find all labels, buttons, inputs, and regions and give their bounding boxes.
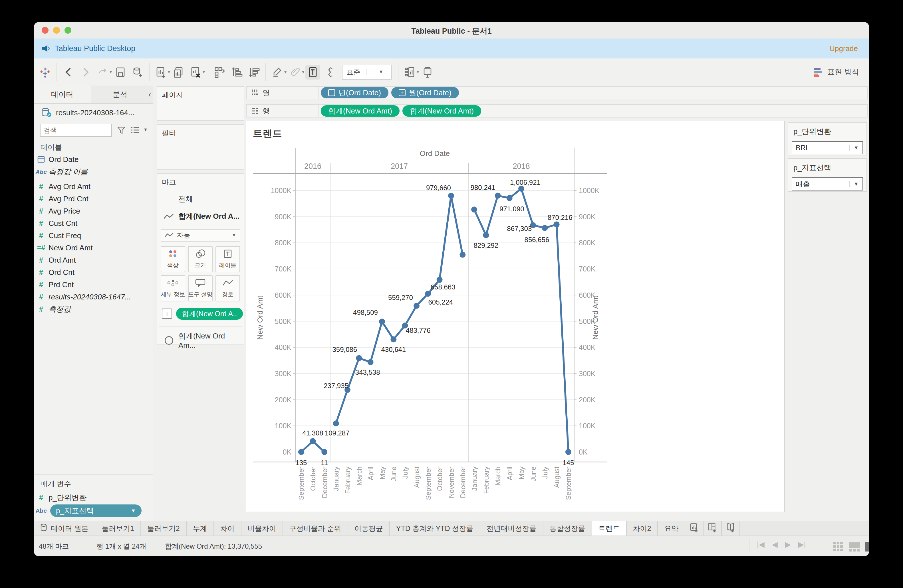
data-point[interactable] bbox=[333, 420, 339, 426]
parameter-metric-dropdown[interactable]: 매출 ▼ bbox=[792, 177, 863, 190]
field-item[interactable]: =#New Ord Amt bbox=[34, 242, 153, 254]
data-point[interactable] bbox=[459, 252, 466, 258]
field-item[interactable]: #Avg Price bbox=[34, 205, 153, 217]
sheet-tab-요약[interactable]: 요약 bbox=[658, 521, 685, 536]
data-point[interactable] bbox=[448, 193, 454, 199]
field-item[interactable]: #측정값 bbox=[34, 303, 153, 315]
marks-circle-item[interactable]: 합계(New Ord Am... bbox=[157, 326, 244, 350]
data-point[interactable] bbox=[298, 449, 304, 455]
data-point[interactable] bbox=[565, 449, 571, 455]
sheet-tab-구성비율과 순위[interactable]: 구성비율과 순위 bbox=[283, 521, 348, 536]
highlight-button[interactable] bbox=[270, 65, 285, 80]
presentation-mode-button[interactable] bbox=[420, 65, 435, 80]
columns-shelf[interactable]: 열 −년(Ord Date)+월(Ord Date) bbox=[246, 86, 868, 99]
data-point[interactable] bbox=[554, 221, 560, 227]
sheet-tab-차이2[interactable]: 차이2 bbox=[627, 521, 658, 536]
fit-dropdown[interactable]: 표준 ▼ bbox=[342, 65, 392, 80]
mark-type-dropdown[interactable]: 자동 ▼ bbox=[160, 229, 240, 241]
upgrade-link[interactable]: Upgrade bbox=[829, 44, 858, 53]
field-item[interactable]: #Prd Cnt bbox=[34, 279, 153, 291]
marks-all-item[interactable]: 전체 bbox=[178, 194, 224, 207]
data-point[interactable] bbox=[310, 438, 316, 444]
data-point[interactable] bbox=[390, 337, 396, 342]
swap-rows-columns-button[interactable] bbox=[212, 65, 227, 80]
sheet-tab-비율차이[interactable]: 비율차이 bbox=[241, 521, 283, 536]
data-point[interactable] bbox=[542, 225, 547, 231]
field-item[interactable]: Ord Date bbox=[34, 154, 153, 166]
sheet-tab-차이[interactable]: 차이 bbox=[214, 521, 241, 536]
expand-icon[interactable]: + bbox=[399, 89, 406, 96]
parameter-unit-dropdown[interactable]: BRL ▼ bbox=[792, 141, 863, 154]
active-sheet-view-icon[interactable] bbox=[865, 541, 869, 552]
data-point[interactable] bbox=[368, 359, 374, 365]
forward-button[interactable] bbox=[78, 65, 93, 80]
data-point[interactable] bbox=[507, 195, 513, 201]
data-point[interactable] bbox=[414, 303, 420, 309]
sort-descending-button[interactable] bbox=[247, 65, 261, 80]
sheet-tab-이동평균[interactable]: 이동평균 bbox=[348, 521, 390, 536]
tab-data[interactable]: 데이터 bbox=[34, 86, 91, 103]
row-pill[interactable]: 합계(New Ord Amt) bbox=[403, 105, 481, 117]
parameter-pill[interactable]: p_지표선택▼ bbox=[50, 505, 142, 517]
data-point[interactable] bbox=[483, 232, 489, 238]
collapse-icon[interactable]: − bbox=[328, 89, 335, 96]
back-button[interactable] bbox=[61, 65, 76, 80]
sheet-tab-트렌드[interactable]: 트렌드 bbox=[592, 521, 627, 536]
trend-line-chart[interactable]: 트렌드0K0K100K100K200K200K300K300K400K400K5… bbox=[246, 121, 784, 511]
field-item[interactable]: #Ord Cnt bbox=[34, 267, 153, 279]
size-button[interactable]: 크기 bbox=[188, 246, 212, 272]
show-mark-labels-toggle[interactable] bbox=[403, 65, 417, 80]
show-me-button[interactable]: 표현 방식 bbox=[814, 67, 859, 77]
new-worksheet-button[interactable] bbox=[154, 65, 168, 80]
color-button[interactable]: 색상 bbox=[160, 246, 185, 272]
data-point[interactable] bbox=[379, 318, 385, 325]
sheet-tab-둘러보기2[interactable]: 둘러보기2 bbox=[141, 521, 187, 536]
clear-sheet-button[interactable] bbox=[188, 65, 203, 80]
marks-line-item[interactable]: 합계(New Ord A... bbox=[157, 207, 244, 225]
column-pill[interactable]: +월(Ord Date) bbox=[391, 87, 459, 99]
add-data-button[interactable] bbox=[130, 65, 145, 80]
sort-ascending-button[interactable] bbox=[230, 65, 244, 80]
datasource-item[interactable]: results-20240308-164... bbox=[34, 105, 153, 120]
rows-shelf[interactable]: 행 합계(New Ord Amt)합계(New Ord Amt) bbox=[246, 104, 868, 118]
duplicate-sheet-button[interactable] bbox=[171, 65, 186, 80]
filmstrip-view-icon[interactable] bbox=[848, 541, 861, 552]
tooltip-button[interactable]: 도구 설명 bbox=[188, 275, 212, 301]
tab-analytics[interactable]: 분석 bbox=[91, 86, 148, 103]
column-pill[interactable]: −년(Ord Date) bbox=[321, 87, 389, 99]
new-dashboard-button[interactable] bbox=[703, 521, 722, 536]
new-worksheet-button[interactable] bbox=[685, 521, 703, 536]
data-point[interactable] bbox=[425, 291, 431, 297]
worksheet-canvas[interactable]: 트렌드0K0K100K100K200K200K300K300K400K400K5… bbox=[246, 121, 784, 511]
data-point[interactable] bbox=[356, 355, 362, 361]
sheet-tab-둘러보기1[interactable]: 둘러보기1 bbox=[95, 521, 141, 536]
redo-icon[interactable] bbox=[95, 65, 110, 80]
field-item[interactable]: #Avg Ord Amt bbox=[34, 180, 153, 193]
label-button[interactable]: 레이블 bbox=[216, 246, 240, 272]
path-button[interactable]: 경로 bbox=[216, 275, 240, 301]
row-pill[interactable]: 합계(New Ord Amt) bbox=[321, 105, 400, 117]
sheet-tab-전년대비성장률[interactable]: 전년대비성장률 bbox=[480, 521, 543, 536]
save-button[interactable] bbox=[113, 65, 128, 80]
group-members-button[interactable] bbox=[288, 65, 302, 80]
data-point[interactable] bbox=[518, 186, 524, 191]
label-pill[interactable]: 합계(New Ord A.. bbox=[176, 308, 243, 320]
sheet-tab-통합성장률[interactable]: 통합성장률 bbox=[543, 521, 592, 536]
fix-axes-button[interactable] bbox=[322, 65, 337, 80]
sheet-tab-누계[interactable]: 누계 bbox=[187, 521, 214, 536]
field-item[interactable]: #Cust Cnt bbox=[34, 217, 153, 230]
data-point[interactable] bbox=[495, 193, 501, 199]
sheet-tab-데이터 원본[interactable]: 데이터 원본 bbox=[34, 521, 95, 536]
detail-button[interactable]: 세부 정보 bbox=[160, 275, 185, 301]
tableau-logo-icon[interactable] bbox=[38, 65, 52, 80]
field-item[interactable]: #Cust Freq bbox=[34, 230, 153, 242]
chevron-down-icon[interactable]: ▼ bbox=[143, 127, 148, 132]
field-item[interactable]: Abc측정값 이름 bbox=[34, 166, 153, 178]
new-story-button[interactable] bbox=[722, 521, 740, 536]
data-point[interactable] bbox=[437, 277, 443, 283]
field-item[interactable]: #Ord Amt bbox=[34, 254, 153, 267]
parameter-item[interactable]: Abcp_지표선택▼ bbox=[34, 504, 153, 517]
sheet-navigation[interactable]: |◀◀▶▶| bbox=[757, 540, 806, 549]
filter-icon[interactable] bbox=[117, 126, 126, 135]
parameter-item[interactable]: #p_단위변환 bbox=[34, 491, 153, 504]
